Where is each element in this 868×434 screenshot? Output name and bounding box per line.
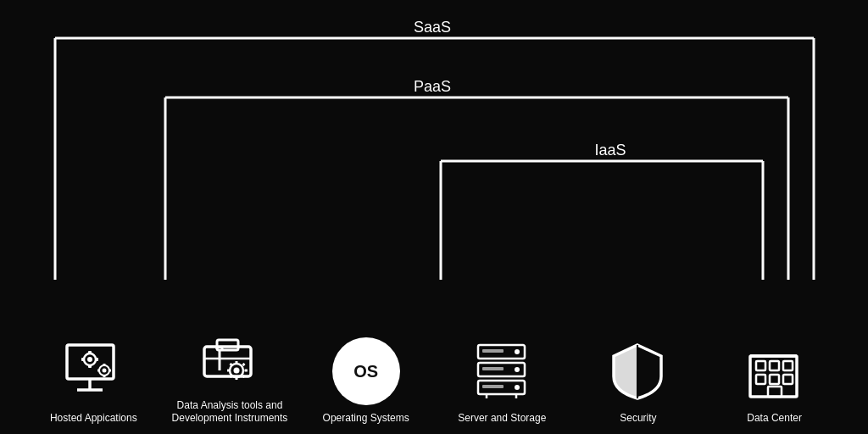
svg-rect-58: [756, 375, 765, 384]
svg-rect-12: [67, 345, 114, 379]
svg-point-45: [515, 367, 520, 372]
svg-rect-34: [235, 376, 237, 380]
hosted-icon-box: [59, 337, 127, 405]
icon-item-data-analysis: Data Analysis tools and Development Inst…: [170, 325, 289, 426]
svg-point-32: [233, 367, 239, 373]
data-analysis-icon-box: [196, 325, 264, 392]
main-container: SaaS PaaS IaaS: [0, 0, 868, 434]
saas-label: SaaS: [414, 19, 451, 36]
svg-point-16: [87, 357, 92, 362]
svg-rect-43: [482, 349, 504, 353]
svg-point-42: [515, 349, 520, 354]
server-icon: [468, 341, 536, 402]
iaas-label: IaaS: [594, 142, 626, 159]
svg-rect-20: [95, 358, 98, 361]
svg-rect-59: [770, 375, 779, 384]
os-label: Operating Systems: [323, 412, 409, 426]
svg-rect-36: [244, 369, 248, 371]
svg-rect-35: [227, 369, 231, 371]
icon-item-hosted: Hosted Appications: [34, 337, 153, 426]
svg-rect-23: [103, 364, 106, 366]
os-icon-box: OS: [332, 337, 400, 405]
icon-item-datacenter: Data Center: [715, 337, 834, 426]
svg-rect-46: [482, 367, 504, 370]
svg-rect-61: [768, 387, 782, 397]
server-label: Server and Storage: [458, 412, 546, 426]
svg-rect-55: [756, 361, 765, 370]
security-label: Security: [620, 412, 656, 426]
icon-item-os: OS Operating Systems: [307, 337, 426, 426]
svg-point-22: [103, 369, 107, 373]
svg-rect-25: [97, 370, 100, 372]
icon-item-server: Server and Storage: [442, 337, 561, 426]
os-circle: OS: [332, 337, 400, 405]
svg-rect-33: [235, 361, 237, 364]
security-icon: [606, 341, 670, 402]
svg-rect-60: [783, 375, 793, 384]
server-icon-box: [468, 337, 536, 405]
svg-rect-18: [88, 364, 92, 368]
svg-rect-49: [482, 385, 504, 388]
svg-rect-56: [770, 361, 779, 370]
svg-rect-19: [81, 358, 85, 361]
icon-item-security: Security: [579, 337, 698, 426]
datacenter-icon-box: [741, 337, 809, 405]
hosted-icon: [60, 341, 126, 402]
svg-rect-26: [108, 370, 111, 372]
data-analysis-icon: [196, 328, 264, 389]
datacenter-icon: [742, 341, 808, 402]
svg-rect-28: [217, 340, 238, 350]
hosted-label: Hosted Appications: [50, 412, 137, 426]
svg-rect-57: [783, 361, 793, 370]
icons-row: Hosted Appications: [0, 325, 868, 434]
svg-point-48: [515, 385, 520, 390]
svg-rect-17: [88, 351, 92, 354]
paas-label: PaaS: [414, 78, 451, 95]
svg-rect-24: [103, 375, 106, 377]
data-analysis-label: Data Analysis tools and Development Inst…: [170, 399, 289, 426]
datacenter-label: Data Center: [747, 412, 802, 426]
security-icon-box: [604, 337, 672, 405]
